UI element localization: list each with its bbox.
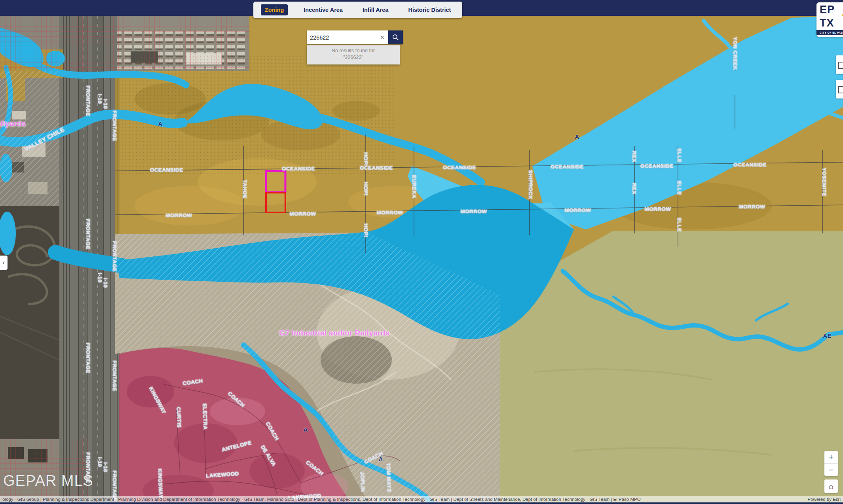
attribution-text: ology - GIS Group | Planning & Inspectio… [2, 497, 641, 502]
layer-tabbar: Zoning Incentive Area Infill Area Histor… [253, 2, 462, 18]
tool-icon [838, 62, 843, 69]
zoom-in-button[interactable]: + [824, 451, 838, 463]
search-icon [392, 34, 399, 41]
search-input[interactable] [307, 30, 376, 44]
tab-incentive-area[interactable]: Incentive Area [300, 4, 347, 15]
star-icon: ★ [840, 8, 843, 24]
attribution-bar: ology - GIS Group | Planning & Inspectio… [0, 496, 843, 502]
bottom-edge-strip [0, 502, 843, 504]
map-canvas[interactable] [0, 16, 843, 504]
tab-zoning[interactable]: Zoning [261, 4, 288, 15]
map-svg [0, 16, 843, 504]
tool-icon [838, 86, 843, 93]
city-logo: ★ EP TX CITY OF EL PASO [816, 2, 843, 37]
search-no-results: No results found for "226622" [307, 45, 400, 64]
tab-infill-area[interactable]: Infill Area [359, 4, 393, 15]
zoom-control: + − [824, 451, 838, 476]
edge-tool-button-1[interactable] [836, 55, 843, 74]
logo-line1: EP [816, 2, 843, 16]
logo-caption: CITY OF EL PASO [816, 30, 843, 35]
edge-tool-button-2[interactable] [836, 80, 843, 99]
no-results-line2: "226622" [308, 54, 398, 61]
panel-collapse-button[interactable]: ‹ [0, 256, 8, 270]
no-results-line1: No results found for [308, 47, 398, 54]
tab-historic-district[interactable]: Historic District [404, 4, 455, 15]
logo-line2: TX [816, 16, 843, 29]
search-bar: ✕ [307, 30, 403, 44]
app-root: { "header": { "tabs": [ {"label": "Zonin… [0, 0, 843, 504]
watermark: GEPAR MLS [3, 472, 93, 489]
powered-by-esri: Powered by Esri [802, 497, 841, 502]
zoom-out-button[interactable]: − [824, 464, 838, 476]
search-button[interactable] [388, 30, 403, 44]
clear-search-icon[interactable]: ✕ [376, 30, 388, 44]
home-button[interactable]: ⌂ [824, 479, 838, 493]
